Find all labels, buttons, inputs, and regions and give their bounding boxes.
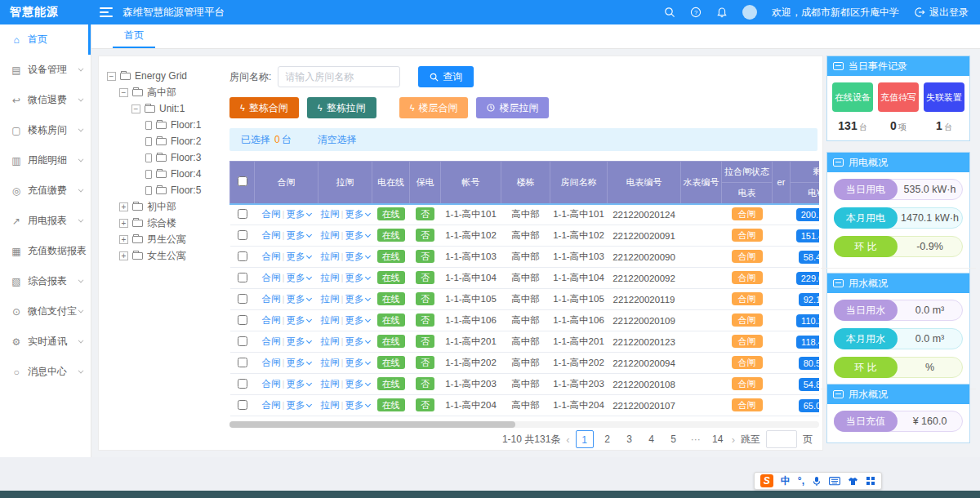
- row-checkbox[interactable]: [238, 358, 247, 367]
- row-checkbox[interactable]: [238, 315, 247, 325]
- search-button[interactable]: 查询: [418, 66, 474, 87]
- close-switch-link[interactable]: 合闸: [262, 336, 281, 346]
- tree-expander-icon[interactable]: [145, 170, 152, 179]
- tree-node[interactable]: − 高中部: [107, 84, 228, 100]
- row-checkbox[interactable]: [238, 209, 247, 219]
- switch-action-button[interactable]: ϟ 楼层合闸: [399, 97, 469, 118]
- row-checkbox[interactable]: [238, 230, 247, 240]
- bell-icon[interactable]: [716, 7, 728, 18]
- open-switch-link[interactable]: 拉闸: [321, 294, 340, 304]
- close-switch-link[interactable]: 合闸: [262, 294, 281, 304]
- scrollbar-thumb[interactable]: [229, 421, 515, 428]
- tree-node[interactable]: + 女生公寓: [107, 247, 228, 264]
- keyboard-icon[interactable]: [829, 477, 840, 486]
- more-dropdown[interactable]: 更多: [287, 209, 305, 219]
- balance-badge[interactable]: 200.15: [796, 208, 819, 221]
- more-dropdown[interactable]: 更多: [345, 336, 364, 346]
- balance-badge[interactable]: 118.48: [796, 336, 819, 349]
- next-page-icon[interactable]: ›: [732, 434, 735, 446]
- balance-badge[interactable]: 110.29: [796, 314, 819, 327]
- help-icon[interactable]: ?: [690, 7, 702, 18]
- sogou-logo[interactable]: S: [760, 474, 773, 487]
- sidebar-item[interactable]: ◎ 充值缴费: [0, 176, 91, 206]
- close-switch-link[interactable]: 合闸: [262, 379, 281, 389]
- close-switch-link[interactable]: 合闸: [262, 273, 281, 282]
- tree-node[interactable]: Floor:5: [107, 182, 228, 198]
- close-switch-link[interactable]: 合闸: [262, 400, 281, 410]
- tree-expander-icon[interactable]: [145, 153, 152, 162]
- open-switch-link[interactable]: 拉闸: [321, 230, 340, 240]
- balance-badge[interactable]: 65.03: [799, 399, 819, 412]
- tree-expander-icon[interactable]: +: [119, 251, 128, 260]
- sidebar-item[interactable]: ○ 消息中心: [0, 357, 91, 387]
- clear-selection-link[interactable]: 清空选择: [318, 133, 357, 147]
- tree-node[interactable]: − Energy Grid: [107, 68, 228, 84]
- sidebar-item[interactable]: ↩ 微信退费: [0, 85, 91, 115]
- page-number[interactable]: 1: [576, 430, 594, 448]
- sidebar-item[interactable]: ▧ 综合报表: [0, 266, 91, 296]
- page-number[interactable]: 5: [666, 430, 682, 448]
- logout-button[interactable]: 退出登录: [914, 6, 969, 20]
- row-checkbox[interactable]: [238, 336, 247, 346]
- tree-expander-icon[interactable]: +: [119, 235, 128, 244]
- close-switch-link[interactable]: 合闸: [262, 315, 281, 325]
- balance-badge[interactable]: 92.17: [799, 293, 819, 306]
- tab-home[interactable]: 首页: [113, 24, 155, 48]
- tree-expander-icon[interactable]: −: [131, 104, 140, 113]
- close-switch-link[interactable]: 合闸: [262, 230, 281, 240]
- more-dropdown[interactable]: 更多: [345, 251, 364, 261]
- more-dropdown[interactable]: 更多: [287, 358, 305, 367]
- sidebar-item[interactable]: ▥ 用能明细: [0, 145, 91, 176]
- tree-node[interactable]: Floor:2: [107, 133, 228, 149]
- sidebar-item[interactable]: ▢ 楼栋房间: [0, 115, 91, 145]
- microphone-icon[interactable]: [812, 476, 822, 487]
- room-name-input[interactable]: [278, 66, 400, 87]
- more-dropdown[interactable]: 更多: [287, 336, 305, 346]
- balance-badge[interactable]: 229.09: [796, 272, 819, 285]
- page-number[interactable]: 2: [599, 430, 616, 448]
- row-checkbox[interactable]: [238, 400, 247, 410]
- tree-expander-icon[interactable]: −: [107, 72, 116, 81]
- more-dropdown[interactable]: 更多: [287, 315, 305, 325]
- close-switch-link[interactable]: 合闸: [262, 251, 281, 261]
- row-checkbox[interactable]: [238, 251, 247, 261]
- sidebar-item[interactable]: ⊙ 微信支付宝: [0, 296, 91, 327]
- page-number[interactable]: 14: [710, 430, 726, 448]
- tree-node[interactable]: − Unit:1: [107, 100, 228, 117]
- row-checkbox[interactable]: [238, 379, 247, 389]
- sidebar-item[interactable]: ⌂ 首页: [0, 24, 91, 55]
- more-dropdown[interactable]: 更多: [345, 315, 364, 325]
- more-dropdown[interactable]: 更多: [287, 251, 305, 261]
- horizontal-scrollbar[interactable]: [229, 421, 819, 428]
- open-switch-link[interactable]: 拉闸: [321, 379, 340, 389]
- more-dropdown[interactable]: 更多: [287, 273, 305, 282]
- jump-page-input[interactable]: [766, 430, 797, 448]
- open-switch-link[interactable]: 拉闸: [321, 358, 340, 367]
- row-checkbox[interactable]: [238, 294, 247, 304]
- open-switch-link[interactable]: 拉闸: [321, 251, 340, 261]
- switch-action-button[interactable]: 楼层拉闸: [476, 97, 549, 118]
- more-dropdown[interactable]: 更多: [287, 230, 305, 240]
- page-number[interactable]: 3: [621, 430, 638, 448]
- tree-node[interactable]: + 初中部: [107, 198, 228, 215]
- tree-expander-icon[interactable]: [145, 121, 152, 130]
- close-switch-link[interactable]: 合闸: [262, 209, 281, 219]
- tree-node[interactable]: Floor:4: [107, 166, 228, 182]
- search-icon[interactable]: [664, 7, 675, 18]
- tree-expander-icon[interactable]: [145, 137, 152, 146]
- balance-badge[interactable]: 58.47: [799, 251, 819, 264]
- sidebar-item[interactable]: ⚙ 实时通讯: [0, 327, 91, 357]
- balance-badge[interactable]: 54.87: [799, 378, 819, 391]
- tree-expander-icon[interactable]: [145, 186, 152, 195]
- tree-node[interactable]: + 综合楼: [107, 215, 228, 231]
- more-dropdown[interactable]: 更多: [345, 273, 364, 282]
- sidebar-item[interactable]: ↗ 用电报表: [0, 206, 91, 236]
- open-switch-link[interactable]: 拉闸: [321, 315, 340, 325]
- prev-page-icon[interactable]: ‹: [566, 434, 569, 446]
- more-dropdown[interactable]: 更多: [345, 230, 364, 240]
- open-switch-link[interactable]: 拉闸: [321, 273, 340, 282]
- ime-language-toggle[interactable]: 中: [781, 474, 791, 488]
- page-number[interactable]: 4: [644, 430, 660, 448]
- tree-node[interactable]: + 男生公寓: [107, 231, 228, 247]
- more-dropdown[interactable]: 更多: [287, 294, 305, 304]
